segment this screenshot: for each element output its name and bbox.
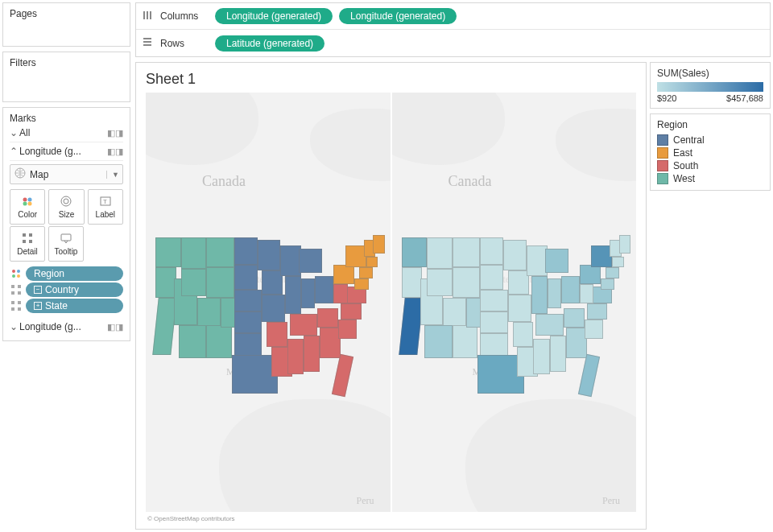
- size-icon: [60, 195, 72, 208]
- expand-icon: +: [34, 302, 42, 310]
- tooltip-button[interactable]: Tooltip: [48, 226, 84, 262]
- svg-point-17: [17, 274, 20, 278]
- ramp-min: $920: [657, 93, 676, 103]
- marks-axis2-row[interactable]: ⌄ Longitude (g... ◧◨: [10, 318, 123, 336]
- legend-swatch: [657, 173, 668, 184]
- marks-pill-country[interactable]: −Country: [10, 282, 123, 297]
- legend-label: West: [673, 173, 695, 184]
- map-label-canada: Canada: [449, 173, 492, 190]
- map-attribution: © OpenStreetMap contributors: [146, 512, 636, 526]
- chevron-up-icon: ⌃: [10, 146, 19, 157]
- pill-longitude-1[interactable]: Longitude (generated): [215, 8, 333, 24]
- legend-item-east[interactable]: East: [657, 146, 763, 159]
- svg-rect-19: [18, 285, 21, 288]
- size-button[interactable]: Size: [48, 189, 84, 225]
- filters-title: Filters: [10, 57, 123, 68]
- ramp-max: $457,688: [726, 93, 763, 103]
- legend-swatch: [657, 147, 668, 159]
- columns-label: Columns: [160, 10, 209, 22]
- dropdown-arrow-icon: ▼: [106, 171, 119, 179]
- presets-icon: ◧◨: [107, 146, 123, 157]
- detail-small-icon: [10, 300, 23, 311]
- marks-axis1-label: Longitude (g...: [19, 146, 107, 157]
- col-row-shelves: Columns Longitude (generated) Longitude …: [135, 2, 771, 57]
- rows-icon: [143, 37, 154, 49]
- legend-item-central[interactable]: Central: [657, 134, 763, 146]
- legend-item-south[interactable]: South: [657, 159, 763, 172]
- svg-point-3: [23, 202, 27, 206]
- detail-icon: [21, 232, 34, 245]
- svg-rect-20: [11, 291, 14, 295]
- columns-icon: [143, 10, 154, 23]
- legend-item-west[interactable]: West: [657, 172, 763, 185]
- sheet-title[interactable]: Sheet 1: [146, 71, 636, 88]
- map-container: Canada Mexico Peru United States: [146, 93, 636, 512]
- pill-longitude-2[interactable]: Longitude (generated): [339, 8, 457, 24]
- marks-axis2-label: Longitude (g...: [19, 321, 107, 332]
- pill-latitude[interactable]: Latitude (generated): [215, 35, 324, 52]
- color-button[interactable]: Color: [10, 189, 45, 225]
- marks-all-row[interactable]: ⌄ All ◧◨: [10, 124, 123, 142]
- svg-rect-18: [11, 285, 14, 288]
- svg-rect-13: [61, 234, 71, 241]
- legend-sales-title: SUM(Sales): [657, 68, 763, 79]
- label-button[interactable]: T Label: [88, 189, 123, 225]
- svg-point-2: [28, 198, 32, 202]
- marks-axis1-row[interactable]: ⌃ Longitude (g... ◧◨: [10, 142, 123, 161]
- map-label-peru: Peru: [357, 495, 374, 507]
- chevron-down-icon: ⌄: [10, 321, 19, 332]
- svg-rect-12: [29, 240, 32, 243]
- filters-shelf[interactable]: Filters: [2, 52, 130, 102]
- map-label-peru: Peru: [602, 495, 620, 507]
- columns-shelf[interactable]: Columns Longitude (generated) Longitude …: [136, 3, 770, 30]
- us-map-2: [402, 237, 634, 374]
- legend-swatch: [657, 160, 668, 171]
- svg-rect-21: [18, 291, 21, 295]
- legend-region-title: Region: [657, 119, 763, 130]
- svg-rect-25: [18, 307, 21, 311]
- svg-point-6: [64, 199, 68, 204]
- map-pane-1[interactable]: Canada Mexico Peru United States: [146, 93, 391, 512]
- globe-icon: [14, 167, 27, 182]
- us-map-1: [155, 237, 387, 374]
- legend-label: East: [673, 147, 692, 159]
- pages-title: Pages: [10, 8, 123, 19]
- map-pane-2[interactable]: Canada Mexico Peru United States: [392, 93, 637, 512]
- marks-all-label: All: [19, 127, 107, 138]
- rows-label: Rows: [160, 38, 209, 49]
- svg-rect-10: [29, 233, 32, 237]
- svg-rect-27: [147, 11, 148, 19]
- pill-country[interactable]: −Country: [26, 282, 123, 297]
- presets-icon: ◧◨: [107, 322, 123, 332]
- mark-type-selector[interactable]: Map ▼: [10, 164, 123, 184]
- legend-region[interactable]: Region CentralEastSouthWest: [650, 113, 771, 191]
- marks-pill-region[interactable]: Region: [10, 266, 123, 281]
- mark-type-label: Map: [30, 169, 48, 180]
- svg-text:T: T: [103, 198, 107, 205]
- svg-point-1: [23, 198, 27, 202]
- legend-label: Central: [673, 134, 705, 146]
- svg-rect-26: [143, 11, 145, 19]
- marks-pill-state[interactable]: +State: [10, 299, 123, 313]
- rows-shelf[interactable]: Rows Latitude (generated): [136, 30, 770, 56]
- svg-point-16: [12, 274, 15, 278]
- legend-sales[interactable]: SUM(Sales) $920 $457,688: [650, 62, 771, 109]
- detail-button[interactable]: Detail: [10, 226, 45, 262]
- svg-rect-11: [23, 240, 26, 243]
- marks-card: Marks ⌄ All ◧◨ ⌃ Longitude (g... ◧◨ Map …: [2, 107, 130, 341]
- svg-point-15: [17, 270, 20, 273]
- svg-rect-23: [18, 301, 21, 304]
- collapse-icon: −: [34, 286, 42, 294]
- pill-region[interactable]: Region: [26, 266, 123, 281]
- pill-state[interactable]: +State: [26, 299, 123, 313]
- svg-rect-29: [143, 38, 151, 39]
- viz-canvas[interactable]: Sheet 1 Canada Mexico Peru United States: [135, 62, 647, 530]
- svg-rect-22: [11, 301, 14, 304]
- color-ramp: [657, 82, 763, 92]
- svg-rect-30: [143, 41, 151, 43]
- pages-shelf[interactable]: Pages: [2, 2, 130, 47]
- detail-small-icon: [10, 284, 23, 295]
- legend-swatch: [657, 134, 668, 146]
- color-dots-icon: [10, 268, 23, 279]
- svg-point-5: [61, 196, 71, 206]
